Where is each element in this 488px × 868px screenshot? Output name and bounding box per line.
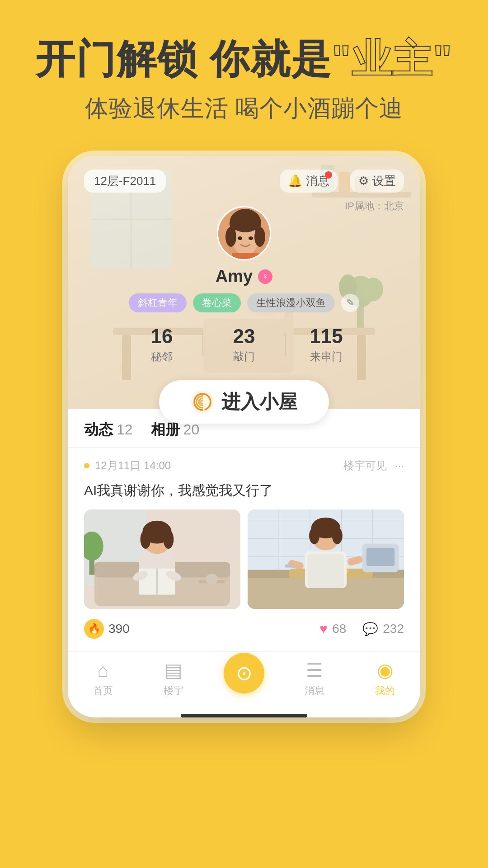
- phone-mockup-wrapper: 12层-F2011 🔔 消息 ⚙ 设置 IP属地：北京: [0, 142, 488, 754]
- gear-icon: ⚙: [358, 174, 369, 188]
- svg-point-22: [225, 227, 236, 247]
- svg-point-25: [249, 236, 253, 240]
- cooking-scene-svg: [248, 509, 404, 609]
- svg-point-65: [332, 528, 343, 544]
- stat-visitors: 115 来串门: [286, 325, 367, 364]
- phone-mockup: 12层-F2011 🔔 消息 ⚙ 设置 IP属地：北京: [68, 156, 420, 717]
- tab-album-count: 20: [183, 421, 200, 438]
- svg-rect-61: [308, 554, 344, 588]
- tag-3: 生性浪漫小双鱼: [247, 293, 335, 312]
- profile-nav-icon: ◉: [377, 659, 394, 681]
- nav-camera-wrapper: ⊙: [209, 664, 279, 693]
- comment-action[interactable]: 💬 232: [362, 622, 404, 637]
- user-name-row: Amy ♀: [216, 267, 272, 286]
- stat-num-1: 16: [151, 325, 173, 348]
- svg-point-38: [163, 530, 174, 549]
- comment-count: 232: [383, 622, 404, 636]
- camera-icon: ⊙: [236, 661, 253, 684]
- main-subtitle: 体验退休生活 喝个小酒蹦个迪: [27, 93, 461, 124]
- username: Amy: [216, 267, 253, 286]
- nav-profile[interactable]: ◉ 我的: [350, 659, 420, 698]
- post-image-cooking[interactable]: [248, 509, 404, 609]
- fire-icon: 🔥: [84, 619, 104, 639]
- notification-dot: [325, 171, 332, 179]
- post-text: AI我真谢谢你，我感觉我又行了: [84, 480, 404, 500]
- enter-room-button[interactable]: 进入小屋: [159, 380, 329, 424]
- svg-rect-26: [232, 253, 259, 260]
- stat-knock: 23 敲门: [203, 325, 285, 364]
- svg-point-44: [206, 574, 218, 584]
- avatar[interactable]: [217, 206, 271, 260]
- svg-point-21: [230, 210, 261, 232]
- nav-building[interactable]: ▤ 楼宇: [138, 659, 209, 698]
- title-text-part1: 开门解锁 你就是: [35, 37, 332, 81]
- svg-point-64: [309, 528, 319, 544]
- bottom-nav: ⌂ 首页 ▤ 楼宇 ⊙ ☰ 消息 ◉ 我的: [68, 651, 420, 710]
- heart-icon: ♥: [319, 621, 328, 637]
- svg-point-37: [141, 530, 151, 549]
- tags-row: 斜杠青年 卷心菜 生性浪漫小双鱼 ✎: [129, 293, 359, 312]
- stat-num-3: 115: [310, 325, 343, 348]
- post-images: [84, 509, 404, 609]
- avatar-svg: [218, 208, 271, 260]
- post-meta-right: 楼宇可见 ···: [343, 458, 404, 473]
- reading-image-bg: [84, 509, 240, 609]
- stat-label-2: 敲门: [233, 349, 255, 364]
- tab-posts-count: 12: [117, 421, 133, 438]
- title-highlight: "业主": [332, 37, 453, 81]
- main-title: 开门解锁 你就是"业主": [27, 36, 461, 82]
- gender-icon: ♀: [258, 269, 272, 284]
- enter-btn-label: 进入小屋: [221, 389, 297, 415]
- more-options-icon[interactable]: ···: [395, 459, 404, 472]
- fire-count: 390: [108, 622, 130, 636]
- svg-point-23: [254, 227, 265, 247]
- phone-topbar: 12层-F2011 🔔 消息 ⚙ 设置: [68, 156, 420, 197]
- profile-background: 12层-F2011 🔔 消息 ⚙ 设置 IP属地：北京: [68, 156, 420, 409]
- topbar-right: 🔔 消息 ⚙ 设置: [280, 170, 404, 193]
- camera-button[interactable]: ⊙: [224, 653, 264, 693]
- heart-action[interactable]: ♥ 68: [319, 621, 346, 637]
- post-image-reading[interactable]: [84, 509, 240, 609]
- settings-button[interactable]: ⚙ 设置: [350, 170, 404, 193]
- reading-scene-svg: [84, 509, 240, 609]
- stat-label-3: 来串门: [310, 349, 343, 364]
- enter-icon: [191, 390, 214, 414]
- svg-point-24: [238, 236, 242, 240]
- stat-secrets: 16 秘邻: [121, 325, 202, 364]
- settings-label: 设置: [372, 173, 396, 189]
- post-card: 12月11日 14:00 楼宇可见 ··· AI我真谢谢你，我感觉我又行了: [68, 447, 420, 651]
- cooking-image-bg: [248, 509, 404, 609]
- bell-icon: 🔔: [288, 174, 302, 188]
- messages-nav-icon: ☰: [306, 659, 323, 681]
- nav-building-label: 楼宇: [164, 684, 183, 698]
- post-meta: 12月11日 14:00 楼宇可见 ···: [84, 458, 404, 473]
- nav-messages[interactable]: ☰ 消息: [279, 659, 350, 698]
- avatar-area: Amy ♀ 斜杠青年 卷心菜 生性浪漫小双鱼 ✎ 16 秘邻: [121, 206, 367, 424]
- nav-profile-label: 我的: [375, 684, 395, 698]
- stat-label-1: 秘邻: [151, 349, 173, 364]
- post-date: 12月11日 14:00: [95, 458, 171, 473]
- nav-home[interactable]: ⌂ 首页: [68, 660, 138, 698]
- edit-tags-button[interactable]: ✎: [341, 294, 359, 312]
- post-visibility: 楼宇可见: [343, 458, 387, 473]
- home-indicator: [181, 714, 307, 717]
- location-dot: [84, 463, 89, 468]
- nav-home-label: 首页: [93, 684, 113, 698]
- messages-button[interactable]: 🔔 消息: [280, 170, 338, 193]
- building-icon: ▤: [164, 659, 183, 681]
- nav-messages-label: 消息: [305, 684, 324, 698]
- stats-row: 16 秘邻 23 敲门 115 来串门: [121, 325, 367, 364]
- home-icon: ⌂: [97, 660, 108, 681]
- header-area: 开门解锁 你就是"业主" 体验退休生活 喝个小酒蹦个迪: [0, 0, 488, 142]
- post-actions: 🔥 390 ♥ 68 💬 232: [84, 619, 404, 639]
- svg-rect-70: [366, 548, 394, 566]
- svg-rect-68: [285, 565, 295, 568]
- action-right: ♥ 68 💬 232: [319, 621, 404, 637]
- heart-count: 68: [332, 622, 346, 636]
- tag-1: 斜杠青年: [129, 293, 187, 312]
- fire-action[interactable]: 🔥 390: [84, 619, 319, 639]
- stat-num-2: 23: [233, 325, 255, 348]
- room-tag: 12层-F2011: [84, 170, 166, 193]
- tab-posts-label: 动态: [84, 420, 113, 440]
- comment-icon: 💬: [362, 622, 378, 637]
